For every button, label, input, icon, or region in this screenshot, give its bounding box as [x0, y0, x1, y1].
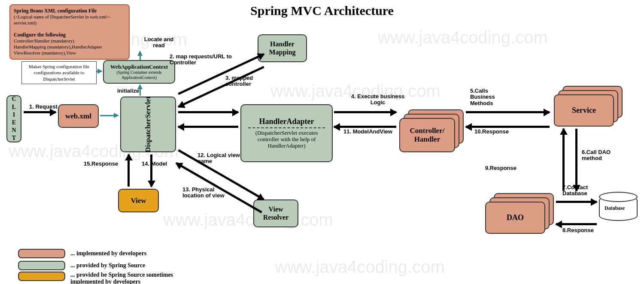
label-12: 12. Logical view name [197, 152, 240, 165]
callout-line: ViewResolver (mandatory),View [14, 50, 76, 55]
label-11: 11. ModelAndView [343, 129, 392, 135]
webxml-box: web.xml [58, 104, 99, 128]
arrow-1 [24, 111, 56, 113]
handler-adapter-box: HandlerAdapter (DispatcherServlet execut… [240, 104, 333, 162]
legend-swatch-green [18, 261, 65, 270]
label-1: 1. Request [29, 104, 58, 110]
legend-spring: ... provided by Spring Source [18, 261, 145, 270]
label-7: 7.Contact Database [562, 184, 597, 197]
watermark: www.java4coding.com [275, 257, 445, 277]
callout-heading: Spring Beans XML configuration File [14, 8, 97, 14]
view-resolver-box: View Resolver [253, 199, 298, 227]
wac-title: WebApplicationContext [110, 63, 168, 70]
arrow-5 [466, 111, 550, 113]
arrow-callout-wac [140, 51, 141, 60]
legend-text: ... implemented by developers [70, 250, 146, 257]
label-locate: Locate and read [144, 36, 174, 49]
callout-sub: (<Logical name of DispatcherServlet in w… [14, 14, 111, 25]
callout-line: Controller/Handler (mandatory) [14, 38, 74, 43]
arrow-4 [334, 111, 396, 113]
controller-box: Controller/ Handler [399, 118, 455, 152]
database-label: Database [605, 205, 625, 211]
handler-adapter-sub: (DispatcherServlet executes controller w… [244, 130, 329, 149]
label-13: 13. Physical location of view [182, 187, 225, 199]
arrow-11 [334, 126, 396, 128]
arrow-15 [128, 154, 130, 187]
watermark: www.java4coding.com [378, 28, 548, 47]
label-9: 9.Response [485, 165, 516, 171]
callout-heading2: Configure the following [14, 32, 66, 38]
dispatcher-label: DispatcherServlet [144, 97, 152, 152]
legend-text: ... provided be Spring Source sometimes … [70, 272, 191, 284]
arrow-d-ha-2 [178, 126, 238, 128]
arrow-10 [466, 126, 550, 128]
handler-adapter-title: HandlerAdapter [259, 117, 314, 126]
arrow-8 [556, 223, 597, 225]
label-6: 6.Call DAO method [582, 149, 616, 162]
arrow-6 [575, 129, 577, 191]
view-box: View [118, 189, 159, 212]
arrow-14 [150, 154, 152, 187]
label-14: 14. Model [142, 161, 167, 167]
service-box: Service [554, 94, 614, 127]
label-4: 4. Execute business Logic [348, 94, 408, 106]
webappcontext-box: WebApplicationContext (Spring Container … [103, 60, 175, 84]
arrow-wacnote [97, 71, 102, 72]
dao-box: DAO [485, 202, 545, 234]
label-10: 10.Response [474, 129, 509, 135]
label-2: 2. map requests/URL to Controller [170, 54, 234, 66]
legend-swatch-orange [18, 249, 65, 258]
label-3: 3. mapped controller [225, 75, 264, 88]
label-8: 8.Response [562, 227, 594, 233]
legend-dev: ... implemented by developers [18, 249, 146, 258]
watermark: www.java4coding.com [163, 210, 333, 230]
legend-mixed: ... provided be Spring Source sometimes … [18, 272, 191, 284]
wac-note: Makes Spring configuration file configur… [21, 61, 97, 84]
arrow-9 [562, 129, 565, 191]
wac-sub: (Spring Container extends ApplicationCon… [106, 70, 172, 80]
dispatcher-box: DispatcherServlet [120, 97, 176, 152]
label-initialize: initialize [117, 88, 139, 94]
divider [248, 127, 325, 128]
config-callout: Spring Beans XML configuration File (<Lo… [9, 4, 130, 60]
arrow-initialize [140, 85, 141, 96]
arrow-d-ha-1 [178, 111, 238, 113]
client-box: CLIENT [6, 95, 21, 142]
label-5: 5.Calls Business Methods [470, 88, 509, 106]
arrow-webxml-dispatcher [100, 115, 118, 116]
legend-swatch-yellow [18, 272, 65, 281]
legend-text: ... provided by Spring Source [70, 262, 145, 269]
arrow-7 [556, 201, 597, 203]
label-15: 15.Response [84, 161, 118, 167]
callout-line: HandlerMapping (mandatory),HandlerAdapte… [14, 44, 102, 49]
